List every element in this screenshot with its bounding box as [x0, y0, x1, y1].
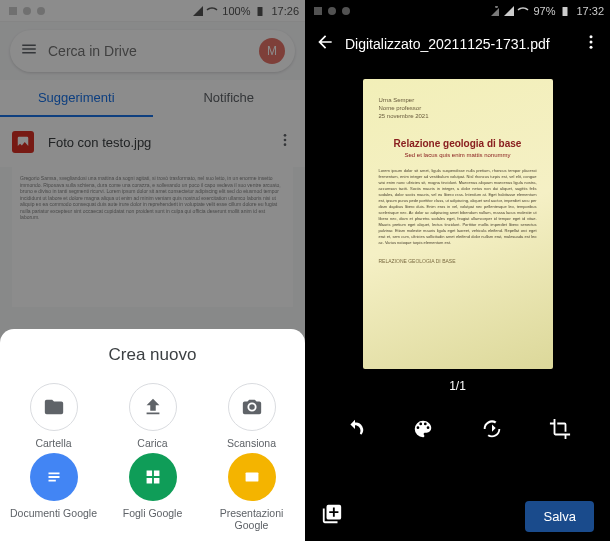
palette-button[interactable] [412, 418, 434, 444]
document-title: Digitalizzato_20211125-1731.pdf [345, 36, 572, 52]
header: Digitalizzato_20211125-1731.pdf [305, 22, 610, 66]
svg-point-8 [328, 7, 336, 15]
svg-point-3 [284, 134, 287, 137]
svg-point-9 [342, 7, 350, 15]
svg-rect-6 [245, 472, 258, 481]
slides-icon [228, 453, 276, 501]
undo-button[interactable] [344, 418, 366, 444]
add-page-button[interactable] [321, 503, 343, 529]
svg-point-1 [37, 7, 45, 15]
drive-app-screen: 100% 17:26 M Suggerimenti Notifiche Foto… [0, 0, 305, 541]
sheets-icon [129, 453, 177, 501]
file-name: Foto con testo.jpg [48, 135, 277, 150]
svg-point-5 [284, 143, 287, 146]
tab-notifications[interactable]: Notifiche [153, 80, 306, 117]
create-folder[interactable]: Cartella [6, 383, 101, 449]
battery-percent: 100% [222, 5, 250, 17]
clock: 17:32 [576, 5, 604, 17]
status-bar: 97% 17:32 [305, 0, 610, 22]
more-icon[interactable] [582, 33, 600, 55]
scan-preview-screen: 97% 17:32 Digitalizzato_20211125-1731.pd… [305, 0, 610, 541]
svg-point-4 [284, 139, 287, 142]
create-new-sheet: Crea nuovo Cartella Carica Scansiona Doc… [0, 329, 305, 541]
docs-icon [30, 453, 78, 501]
sheet-title: Crea nuovo [6, 345, 299, 365]
bottom-bar: Salva [305, 491, 610, 541]
svg-rect-2 [258, 7, 263, 16]
scanned-page: Urna Semper Nome professor 25 novembre 2… [363, 79, 553, 369]
google-docs[interactable]: Documenti Google [6, 453, 101, 531]
battery-percent: 97% [533, 5, 555, 17]
tabs: Suggerimenti Notifiche [0, 80, 305, 117]
page-counter: 1/1 [449, 379, 466, 393]
image-file-icon [12, 131, 34, 153]
tab-suggestions[interactable]: Suggerimenti [0, 80, 153, 117]
back-arrow-icon[interactable] [315, 32, 335, 56]
file-row[interactable]: Foto con testo.jpg [0, 117, 305, 167]
svg-rect-10 [563, 7, 568, 16]
svg-rect-7 [314, 7, 322, 15]
more-icon[interactable] [277, 132, 293, 152]
scan[interactable]: Scansiona [204, 383, 299, 449]
clock: 17:26 [271, 5, 299, 17]
svg-point-12 [590, 41, 593, 44]
status-bar: 100% 17:26 [0, 0, 305, 22]
crop-button[interactable] [549, 418, 571, 444]
hamburger-icon[interactable] [20, 40, 38, 62]
svg-point-13 [590, 46, 593, 49]
folder-icon [30, 383, 78, 431]
upload[interactable]: Carica [105, 383, 200, 449]
page-preview[interactable]: Urna Semper Nome professor 25 novembre 2… [305, 66, 610, 406]
svg-point-0 [23, 7, 31, 15]
google-sheets[interactable]: Fogli Google [105, 453, 200, 531]
file-preview: Gregorio Samsa, svegliandosi una mattina… [12, 167, 293, 307]
svg-point-11 [590, 35, 593, 38]
rotate-button[interactable] [481, 418, 503, 444]
camera-icon [228, 383, 276, 431]
edit-toolbar [305, 406, 610, 456]
search-input[interactable] [48, 43, 249, 59]
upload-icon [129, 383, 177, 431]
save-button[interactable]: Salva [525, 501, 594, 532]
account-avatar[interactable]: M [259, 38, 285, 64]
google-slides[interactable]: Presentazioni Google [204, 453, 299, 531]
search-bar[interactable]: M [10, 30, 295, 72]
